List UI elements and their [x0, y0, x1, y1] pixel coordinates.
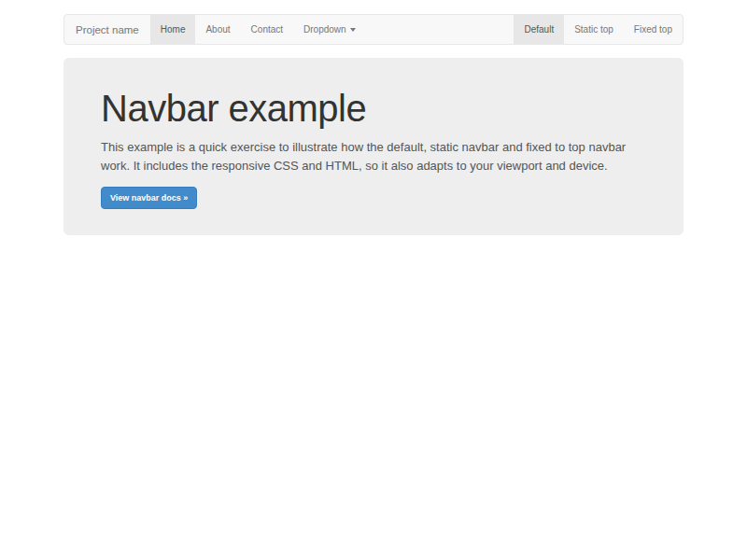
nav-item-fixed-top[interactable]: Fixed top	[624, 15, 683, 44]
nav-item-default[interactable]: Default	[514, 15, 564, 44]
navbar-brand[interactable]: Project name	[64, 15, 150, 44]
view-navbar-docs-button[interactable]: View navbar docs »	[101, 187, 197, 209]
page-title: Navbar example	[101, 88, 646, 129]
jumbotron: Navbar example This example is a quick e…	[63, 58, 684, 235]
nav-item-contact[interactable]: Contact	[241, 15, 293, 44]
jumbotron-description: This example is a quick exercise to illu…	[101, 138, 646, 175]
navbar: Project name Home About Contact Dropdown…	[63, 14, 684, 45]
nav-item-static-top[interactable]: Static top	[564, 15, 624, 44]
caret-down-icon	[350, 28, 356, 32]
page-container: Project name Home About Contact Dropdown…	[63, 14, 684, 235]
nav-item-home[interactable]: Home	[150, 15, 196, 44]
nav-item-dropdown[interactable]: Dropdown	[293, 15, 366, 44]
nav-item-dropdown-label: Dropdown	[303, 24, 346, 35]
nav-item-about[interactable]: About	[195, 15, 240, 44]
navbar-right-nav: Default Static top Fixed top	[514, 15, 683, 44]
navbar-left-nav: Home About Contact Dropdown	[150, 15, 366, 44]
